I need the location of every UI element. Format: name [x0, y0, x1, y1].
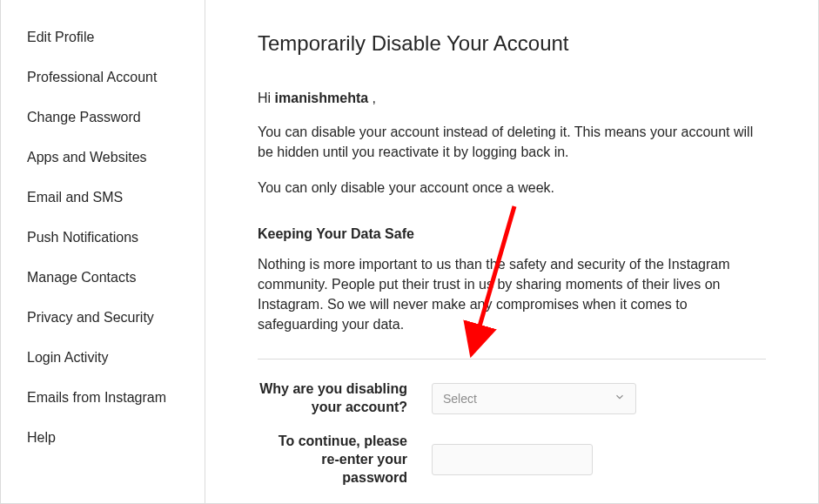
- sidebar-item-push-notifications[interactable]: Push Notifications: [1, 218, 205, 258]
- divider: [258, 359, 766, 360]
- data-safe-paragraph: Nothing is more important to us than the…: [258, 254, 766, 335]
- reason-row: Why are you disabling your account? Sele…: [258, 380, 766, 417]
- sidebar-item-label: Privacy and Security: [27, 310, 154, 325]
- password-input[interactable]: [432, 444, 593, 475]
- sidebar-item-edit-profile[interactable]: Edit Profile: [1, 17, 205, 57]
- sidebar-item-label: Login Activity: [27, 350, 108, 365]
- sidebar-item-label: Push Notifications: [27, 230, 138, 245]
- sidebar-item-label: Apps and Websites: [27, 150, 147, 165]
- sidebar-item-label: Help: [27, 430, 56, 445]
- greeting-line: Hi imanishmehta ,: [258, 91, 766, 106]
- sidebar-item-label: Change Password: [27, 110, 141, 124]
- sidebar-item-email-and-sms[interactable]: Email and SMS: [1, 178, 205, 218]
- sidebar-item-label: Professional Account: [27, 70, 157, 84]
- sidebar-item-label: Emails from Instagram: [27, 390, 166, 405]
- sidebar-item-emails-from-instagram[interactable]: Emails from Instagram: [1, 378, 205, 418]
- sidebar-item-login-activity[interactable]: Login Activity: [1, 338, 205, 378]
- disable-limit-paragraph: You can only disable your account once a…: [258, 178, 766, 198]
- sidebar-item-label: Email and SMS: [27, 190, 123, 205]
- reason-select[interactable]: Select: [432, 383, 636, 414]
- page-title: Temporarily Disable Your Account: [258, 31, 766, 56]
- greeting-suffix: ,: [368, 91, 376, 105]
- username: imanishmehta: [275, 91, 369, 105]
- reason-label: Why are you disabling your account?: [258, 380, 432, 417]
- sidebar-item-change-password[interactable]: Change Password: [1, 97, 205, 138]
- sidebar-item-help[interactable]: Help: [1, 418, 205, 458]
- forgot-password-link[interactable]: Forgot password?: [456, 502, 766, 503]
- password-label: To continue, please re-enter your passwo…: [258, 433, 432, 487]
- main-content: Temporarily Disable Your Account Hi iman…: [205, 0, 818, 503]
- data-safe-header: Keeping Your Data Safe: [258, 226, 766, 242]
- reason-select-value: Select: [432, 383, 636, 414]
- disable-info-paragraph: You can disable your account instead of …: [258, 122, 766, 162]
- settings-sidebar: Edit Profile Professional Account Change…: [1, 0, 205, 503]
- sidebar-item-apps-and-websites[interactable]: Apps and Websites: [1, 138, 205, 178]
- sidebar-item-manage-contacts[interactable]: Manage Contacts: [1, 258, 205, 298]
- sidebar-item-professional-account[interactable]: Professional Account: [1, 57, 205, 97]
- password-row: To continue, please re-enter your passwo…: [258, 433, 766, 487]
- greeting-prefix: Hi: [258, 91, 275, 105]
- sidebar-item-label: Edit Profile: [27, 30, 94, 44]
- sidebar-item-label: Manage Contacts: [27, 270, 136, 285]
- sidebar-item-privacy-and-security[interactable]: Privacy and Security: [1, 298, 205, 338]
